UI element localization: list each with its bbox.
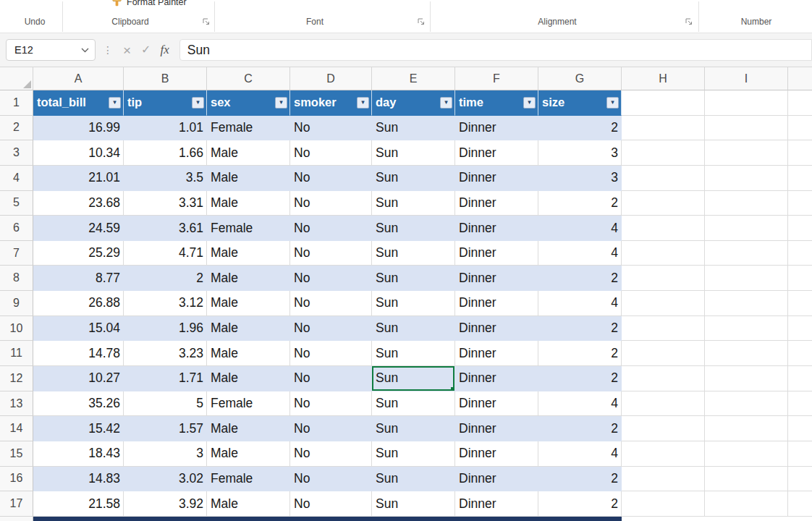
cell-F3[interactable]: Dinner [455,140,538,166]
cell-B5[interactable]: 3.31 [124,191,207,216]
cancel-icon[interactable]: × [123,43,131,57]
cell-B14[interactable]: 1.57 [124,416,207,441]
cell-D12[interactable]: No [290,366,372,391]
cell-H4[interactable] [622,166,705,191]
cell-C14[interactable]: Male [207,416,290,441]
cell-C16[interactable]: Female [207,467,290,492]
cell-partial-8[interactable] [788,266,812,291]
cell-E5[interactable]: Sun [372,191,455,216]
cell-G12[interactable]: 2 [538,366,622,391]
cell-partial-3[interactable] [788,140,812,166]
cell-E8[interactable]: Sun [372,266,455,291]
cell-A8[interactable]: 8.77 [33,266,124,291]
row-header-4[interactable]: 4 [0,166,33,191]
cell-F15[interactable]: Dinner [455,441,538,467]
cell-partial-12[interactable] [788,366,812,391]
cell-D13[interactable]: No [290,391,372,417]
cell-partial-11[interactable] [788,341,812,366]
cell-F14[interactable]: Dinner [455,416,538,441]
cell-E14[interactable]: Sun [372,416,455,441]
cell-H1[interactable] [622,90,705,116]
cell-partial-15[interactable] [788,441,812,467]
cell-F5[interactable]: Dinner [455,191,538,216]
cell-partial-16[interactable] [788,467,812,492]
cell-D4[interactable]: No [290,166,372,191]
cell-G4[interactable]: 3 [538,166,622,191]
cell-E13[interactable]: Sun [372,391,455,417]
cell-F7[interactable]: Dinner [455,241,538,266]
cell-E7[interactable]: Sun [372,241,455,266]
filter-button-total_bill[interactable]: ▾ [109,97,121,109]
cell-A13[interactable]: 35.26 [33,391,124,417]
cell-C13[interactable]: Female [207,391,290,417]
cell-partial-5[interactable] [788,191,812,216]
row-header-13[interactable]: 13 [0,391,33,417]
filter-button-sex[interactable]: ▾ [275,97,287,109]
cell-G5[interactable]: 2 [538,191,622,216]
cell-H3[interactable] [622,140,705,166]
cell-F16[interactable]: Dinner [455,467,538,492]
cell-B16[interactable]: 3.02 [124,467,207,492]
cell-F6[interactable]: Dinner [455,216,538,241]
cell-F9[interactable]: Dinner [455,291,538,316]
cell-H12[interactable] [622,366,705,391]
cell-D15[interactable]: No [290,441,372,467]
cell-partial-2[interactable] [788,116,812,141]
cell-E6[interactable]: Sun [372,216,455,241]
row-header-11[interactable]: 11 [0,341,33,366]
cell-partial-17[interactable] [788,491,812,517]
cell-D11[interactable]: No [290,341,372,366]
cell-E17[interactable]: Sun [372,491,455,517]
row-header-10[interactable]: 10 [0,316,33,342]
cell-D3[interactable]: No [290,140,372,166]
column-header-E[interactable]: E [372,67,455,90]
cell-H11[interactable] [622,341,705,366]
cell-B8[interactable]: 2 [124,266,207,291]
cell-G2[interactable]: 2 [538,116,622,141]
cell-D6[interactable]: No [290,216,372,241]
cell-C6[interactable]: Female [207,216,290,241]
column-header-I[interactable]: I [705,67,788,90]
formula-input[interactable]: Sun [179,39,812,61]
cell-E15[interactable]: Sun [372,441,455,467]
cell-E16[interactable]: Sun [372,467,455,492]
column-header-F[interactable]: F [455,67,538,90]
cell-partial-7[interactable] [788,241,812,266]
cell-C10[interactable]: Male [207,316,290,342]
cell-F13[interactable]: Dinner [455,391,538,417]
cell-F12[interactable]: Dinner [455,366,538,391]
cell-G8[interactable]: 2 [538,266,622,291]
cell-C12[interactable]: Male [207,366,290,391]
column-header-C[interactable]: C [207,67,290,90]
cell-A10[interactable]: 15.04 [33,316,124,342]
cell-E9[interactable]: Sun [372,291,455,316]
row-header-16[interactable]: 16 [0,467,33,492]
row-header-9[interactable]: 9 [0,291,33,316]
cell-B6[interactable]: 3.61 [124,216,207,241]
cell-I16[interactable] [705,467,788,492]
select-all-button[interactable] [0,67,33,90]
cell-I3[interactable] [705,140,788,166]
cell-B4[interactable]: 3.5 [124,166,207,191]
cell-G15[interactable]: 4 [538,441,622,467]
cell-F4[interactable]: Dinner [455,166,538,191]
cell-D17[interactable]: No [290,491,372,517]
cell-H16[interactable] [622,467,705,492]
cell-B2[interactable]: 1.01 [124,116,207,141]
row-header-15[interactable]: 15 [0,441,33,467]
cell-C15[interactable]: Male [207,441,290,467]
cell-H9[interactable] [622,291,705,316]
cell-H15[interactable] [622,441,705,467]
cell-C2[interactable]: Female [207,116,290,141]
cell-H10[interactable] [622,316,705,342]
cell-H14[interactable] [622,416,705,441]
clipboard-dialog-launcher-icon[interactable] [203,18,210,25]
cell-G9[interactable]: 4 [538,291,622,316]
column-header-G[interactable]: G [538,67,622,90]
row-header-5[interactable]: 5 [0,191,33,216]
cell-B17[interactable]: 3.92 [124,491,207,517]
table-header-time[interactable]: time▾ [455,90,538,116]
table-header-total_bill[interactable]: total_bill▾ [33,90,124,116]
cell-I14[interactable] [705,416,788,441]
row-header-7[interactable]: 7 [0,241,33,266]
